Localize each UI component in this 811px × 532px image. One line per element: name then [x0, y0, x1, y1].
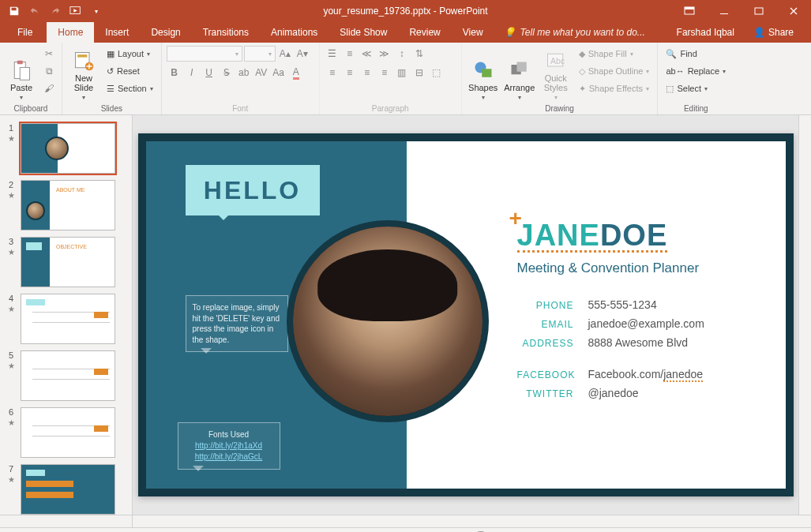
find-icon: 🔍 — [666, 49, 677, 59]
group-font: ▾ ▾ A▴ A▾ B I U S̶ ab AV Aa A Font — [162, 43, 320, 114]
font-family-combo[interactable]: ▾ — [167, 46, 242, 62]
thumbnail-5[interactable]: 5★ — [0, 347, 132, 404]
fonts-used-box[interactable]: Fonts Used http://bit.ly/2jh1aXd http://… — [178, 422, 280, 470]
copy-icon[interactable]: ⧉ — [41, 63, 57, 79]
section-button[interactable]: ☰Section▾ — [103, 81, 156, 96]
job-title-textbox[interactable]: Meeting & Convention Planner — [517, 260, 786, 276]
increase-font-icon[interactable]: A▴ — [277, 46, 293, 62]
tab-slideshow[interactable]: Slide Show — [329, 22, 398, 43]
cut-icon[interactable]: ✂ — [41, 46, 57, 62]
slideshow-view-icon[interactable]: ▣ — [615, 530, 633, 533]
slide-thumbnails-panel[interactable]: 1★ 2★ ABOUT ME 3★ OBJECTIVE 4★ 5★ 6★ 7★ — [0, 115, 133, 515]
user-name[interactable]: Farshad Iqbal — [677, 27, 734, 38]
reset-icon: ↺ — [107, 66, 114, 77]
thumbnail-4[interactable]: 4★ — [0, 290, 132, 347]
tell-me-search[interactable]: 💡 Tell me what you want to do... — [494, 22, 677, 43]
align-left-icon[interactable]: ≡ — [325, 65, 340, 81]
animation-star-icon: ★ — [8, 475, 15, 484]
profile-photo — [293, 227, 482, 416]
layout-button[interactable]: ▦Layout▾ — [103, 46, 156, 62]
save-icon[interactable] — [5, 2, 24, 20]
maximize-icon[interactable] — [742, 0, 776, 22]
increase-indent-icon[interactable]: ≫ — [377, 46, 392, 62]
sorter-view-icon[interactable]: ⊞ — [568, 530, 585, 533]
new-slide-button[interactable]: New Slide ▾ — [67, 46, 100, 103]
ribbon-tabs: File Home Insert Design Transitions Anim… — [0, 22, 811, 43]
tab-view[interactable]: View — [452, 22, 494, 43]
close-icon[interactable] — [776, 0, 811, 22]
quick-styles-button[interactable]: Abc Quick Styles▾ — [539, 46, 573, 103]
replace-button[interactable]: ab↔Replace▾ — [663, 63, 729, 79]
svg-rect-9 — [77, 54, 87, 58]
arrange-button[interactable]: Arrange▾ — [503, 46, 536, 103]
numbering-icon[interactable]: ≡ — [342, 46, 358, 62]
contact-info[interactable]: PHONE555-555-1234 EMAILjanedoe@example.c… — [517, 298, 786, 399]
replace-image-tip[interactable]: To replace image, simply hit the 'DELETE… — [186, 295, 288, 352]
reading-view-icon[interactable]: ▭ — [591, 530, 609, 533]
underline-icon[interactable]: U — [201, 65, 217, 81]
thumbnail-7[interactable]: 7★ — [0, 461, 132, 515]
tab-transitions[interactable]: Transitions — [192, 22, 260, 43]
thumbnail-2[interactable]: 2★ ABOUT ME — [0, 177, 132, 234]
text-direction-icon[interactable]: ⇅ — [411, 46, 427, 62]
hello-speech-bubble[interactable]: HELLO — [186, 165, 320, 215]
bold-icon[interactable]: B — [167, 65, 182, 81]
shapes-button[interactable]: Shapes▾ — [467, 46, 500, 103]
spacing-icon[interactable]: AV — [253, 65, 269, 81]
reset-button[interactable]: ↺Reset — [103, 63, 156, 79]
shape-outline-button[interactable]: ◇Shape Outline▾ — [576, 63, 653, 79]
minimize-icon[interactable] — [707, 0, 742, 22]
smartart-icon[interactable]: ⬚ — [429, 65, 445, 81]
columns-icon[interactable]: ▥ — [394, 65, 410, 81]
find-button[interactable]: 🔍Find — [663, 46, 729, 62]
tab-design[interactable]: Design — [140, 22, 191, 43]
shape-effects-button[interactable]: ✦Shape Effects▾ — [576, 81, 653, 96]
select-button[interactable]: ⬚Select▾ — [663, 81, 729, 96]
tab-home[interactable]: Home — [47, 22, 94, 43]
thumbnail-3[interactable]: 3★ OBJECTIVE — [0, 234, 132, 290]
slide-editor[interactable]: HELLO To replace image, simply hit the '… — [133, 115, 798, 515]
font-link-2[interactable]: http://bit.ly/2jhaGcL — [185, 451, 273, 463]
tab-animations[interactable]: Animations — [260, 22, 329, 43]
ribbon: Paste ▾ ✂ ⧉ 🖌 Clipboard New Slide ▾ ▦Lay… — [0, 43, 811, 115]
decrease-indent-icon[interactable]: ≪ — [359, 46, 375, 62]
redo-icon[interactable] — [46, 2, 65, 20]
justify-icon[interactable]: ≡ — [377, 65, 392, 81]
thumbnail-1[interactable]: 1★ — [0, 120, 132, 177]
align-right-icon[interactable]: ≡ — [359, 65, 375, 81]
font-link-1[interactable]: http://bit.ly/2jh1aXd — [185, 440, 273, 451]
bullets-icon[interactable]: ☰ — [325, 46, 340, 62]
case-icon[interactable]: Aa — [271, 65, 287, 81]
lightbulb-icon: 💡 — [504, 27, 516, 38]
tab-review[interactable]: Review — [398, 22, 451, 43]
undo-icon[interactable] — [25, 2, 44, 20]
italic-icon[interactable]: I — [184, 65, 200, 81]
horizontal-scrollbar[interactable] — [133, 515, 811, 527]
thumbnail-preview — [21, 294, 115, 344]
align-text-icon[interactable]: ⊟ — [411, 65, 427, 81]
align-center-icon[interactable]: ≡ — [342, 65, 358, 81]
shape-fill-button[interactable]: ◆Shape Fill▾ — [576, 46, 653, 62]
strikethrough-icon[interactable]: S̶ — [219, 65, 235, 81]
tab-insert[interactable]: Insert — [94, 22, 140, 43]
font-color-icon[interactable]: A — [288, 65, 304, 81]
thumbnail-6[interactable]: 6★ — [0, 404, 132, 461]
qat-customize-icon[interactable]: ▾ — [87, 2, 106, 20]
name-textbox[interactable]: JANEDOE — [517, 220, 786, 253]
line-spacing-icon[interactable]: ↕ — [394, 46, 410, 62]
shadow-icon[interactable]: ab — [236, 65, 252, 81]
tab-file[interactable]: File — [3, 22, 47, 43]
normal-view-icon[interactable]: ▯ — [544, 530, 561, 533]
vertical-scrollbar[interactable] — [798, 115, 811, 515]
ribbon-display-options-icon[interactable] — [672, 0, 707, 22]
format-painter-icon[interactable]: 🖌 — [41, 81, 57, 96]
decrease-font-icon[interactable]: A▾ — [295, 46, 310, 62]
profile-photo-placeholder[interactable] — [287, 220, 489, 422]
shape-fill-icon: ◆ — [579, 49, 585, 59]
slide-canvas[interactable]: HELLO To replace image, simply hit the '… — [138, 133, 794, 496]
share-button[interactable]: 👤 Share — [745, 22, 802, 43]
paste-button[interactable]: Paste ▾ — [5, 46, 38, 103]
thumbnail-preview: OBJECTIVE — [21, 237, 115, 287]
font-size-combo[interactable]: ▾ — [244, 46, 276, 62]
start-from-beginning-icon[interactable] — [66, 2, 85, 20]
